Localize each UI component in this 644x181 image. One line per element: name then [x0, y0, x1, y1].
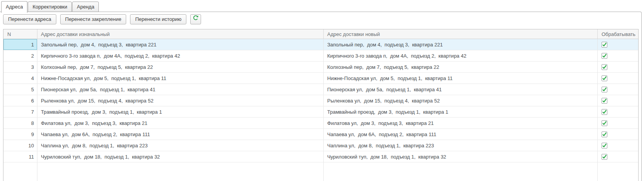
- process-checkbox[interactable]: [602, 143, 607, 149]
- process-cell[interactable]: [598, 151, 638, 162]
- original-address-cell[interactable]: Трамвайный проезд, дом 3, подъезд 1, ква…: [37, 106, 324, 117]
- table-row[interactable]: 8 Филатова ул, дом 3, подъезд 3, квартир…: [3, 118, 638, 129]
- new-address-cell[interactable]: Чуриловский туп, дом 18, подъезд 1, квар…: [324, 151, 598, 162]
- table-row[interactable]: 11 Чуриловский туп, дом 18, подъезд 1, к…: [3, 151, 638, 162]
- row-number-cell[interactable]: 1: [3, 39, 37, 50]
- tab-adjustments[interactable]: Корректировки: [28, 2, 72, 12]
- table-row[interactable]: 10 Чаплина ул, дом 8, подъезд 1, квартир…: [3, 140, 638, 151]
- original-address-cell[interactable]: Колхозный пер, дом 7, подъезд 5, квартир…: [37, 61, 324, 72]
- transfer-history-button[interactable]: Перенести историю: [130, 14, 186, 24]
- original-address-cell[interactable]: Кирпичного 3-го завода п, дом 4А, подъез…: [37, 50, 324, 61]
- new-address-cell[interactable]: Чаплина ул, дом 8, подъезд 1, квартира 2…: [324, 140, 598, 151]
- table-row[interactable]: 9 Чапаева ул, дом 6А, подъезд 2, квартир…: [3, 129, 638, 140]
- original-address-cell[interactable]: Филатова ул, дом 3, подъезд 3, квартира …: [37, 118, 324, 128]
- refresh-button[interactable]: [190, 14, 201, 24]
- row-number-cell[interactable]: 2: [3, 50, 37, 61]
- row-number-cell[interactable]: 8: [3, 118, 37, 128]
- process-checkbox[interactable]: [602, 98, 607, 104]
- process-cell[interactable]: [598, 129, 638, 140]
- process-cell[interactable]: [598, 61, 638, 72]
- column-header-number[interactable]: N: [3, 29, 37, 39]
- new-address-cell[interactable]: Колхозный пер, дом 7, подъезд 5, квартир…: [324, 61, 598, 72]
- tab-rent[interactable]: Аренда: [72, 2, 99, 12]
- transfer-assignment-button[interactable]: Перенести закрепление: [60, 14, 127, 24]
- new-address-cell[interactable]: Пионерская ул, дом 5а, подъезд 1, кварти…: [324, 84, 598, 95]
- new-address-cell[interactable]: Рыленкова ул, дом 15, подъезд 4, квартир…: [324, 95, 598, 106]
- process-checkbox[interactable]: [602, 87, 607, 92]
- new-address-cell[interactable]: Кирпичного 3-го завода п, дом 4А, подъез…: [324, 50, 598, 61]
- new-address-cell[interactable]: Трамвайный проезд, дом 3, подъезд 1, ква…: [324, 106, 598, 117]
- original-address-cell[interactable]: Рыленкова ул, дом 15, подъезд 4, квартир…: [37, 95, 324, 106]
- process-cell[interactable]: [598, 118, 638, 128]
- row-number-cell[interactable]: 4: [3, 73, 37, 84]
- row-number-cell[interactable]: 10: [3, 140, 37, 151]
- row-number-cell[interactable]: 5: [3, 84, 37, 95]
- table-body: 1 Запольный пер, дом 4, подъезд 3, кварт…: [3, 39, 638, 162]
- process-cell[interactable]: [598, 50, 638, 61]
- tab-strip: Адреса Корректировки Аренда: [1, 1, 99, 12]
- column-header-process[interactable]: Обрабатывать: [598, 29, 638, 39]
- toolbar: Перенести адреса Перенести закрепление П…: [3, 14, 201, 24]
- original-address-cell[interactable]: Нижне-Посадская ул, дом 5, подъезд 1, кв…: [37, 73, 324, 84]
- addresses-table: N Адрес доставки изначальный Адрес доста…: [3, 29, 639, 181]
- column-header-original-address[interactable]: Адрес доставки изначальный: [37, 29, 324, 39]
- row-number-cell[interactable]: 11: [3, 151, 37, 162]
- process-checkbox[interactable]: [602, 154, 607, 160]
- refresh-icon: [193, 15, 199, 24]
- original-address-cell[interactable]: Чаплина ул, дом 8, подъезд 1, квартира 2…: [37, 140, 324, 151]
- empty-process-column: [598, 162, 638, 181]
- new-address-cell[interactable]: Запольный пер, дом 4, подъезд 3, квартир…: [324, 39, 598, 50]
- empty-new-column: [324, 162, 598, 181]
- empty-number-column: [3, 162, 37, 181]
- empty-original-column: [37, 162, 324, 181]
- process-checkbox[interactable]: [602, 131, 607, 137]
- table-row[interactable]: 7 Трамвайный проезд, дом 3, подъезд 1, к…: [3, 106, 638, 118]
- row-number-cell[interactable]: 9: [3, 129, 37, 140]
- process-checkbox[interactable]: [602, 109, 607, 115]
- table-row[interactable]: 2 Кирпичного 3-го завода п, дом 4А, подъ…: [3, 50, 638, 61]
- table-row[interactable]: 1 Запольный пер, дом 4, подъезд 3, кварт…: [3, 39, 638, 50]
- process-cell[interactable]: [598, 140, 638, 151]
- table-row[interactable]: 4 Нижне-Посадская ул, дом 5, подъезд 1, …: [3, 73, 638, 84]
- process-checkbox[interactable]: [602, 75, 607, 81]
- process-cell[interactable]: [598, 106, 638, 117]
- process-checkbox[interactable]: [602, 120, 607, 126]
- column-header-new-address[interactable]: Адрес доставки новый: [324, 29, 598, 39]
- process-checkbox[interactable]: [602, 53, 607, 59]
- original-address-cell[interactable]: Запольный пер, дом 4, подъезд 3, квартир…: [37, 39, 324, 50]
- original-address-cell[interactable]: Чуриловский туп, дом 18, подъезд 1, квар…: [37, 151, 324, 162]
- process-checkbox[interactable]: [602, 64, 607, 70]
- row-number-cell[interactable]: 7: [3, 106, 37, 117]
- process-cell[interactable]: [598, 73, 638, 84]
- table-row[interactable]: 6 Рыленкова ул, дом 15, подъезд 4, кварт…: [3, 95, 638, 106]
- table-row[interactable]: 3 Колхозный пер, дом 7, подъезд 5, кварт…: [3, 61, 638, 73]
- process-cell[interactable]: [598, 39, 638, 50]
- table-empty-area: [3, 162, 638, 181]
- new-address-cell[interactable]: Филатова ул, дом 3, подъезд 3, квартира …: [324, 118, 598, 128]
- tab-addresses[interactable]: Адреса: [1, 1, 27, 13]
- table-header-row: N Адрес доставки изначальный Адрес доста…: [3, 29, 638, 39]
- row-number-cell[interactable]: 3: [3, 61, 37, 72]
- original-address-cell[interactable]: Чапаева ул, дом 6А, подъезд 2, квартира …: [37, 129, 324, 140]
- transfer-addresses-button[interactable]: Перенести адреса: [3, 14, 56, 24]
- process-cell[interactable]: [598, 84, 638, 95]
- row-number-cell[interactable]: 6: [3, 95, 37, 106]
- process-checkbox[interactable]: [602, 42, 607, 48]
- original-address-cell[interactable]: Пионерская ул, дом 5а, подъезд 1, кварти…: [37, 84, 324, 95]
- process-cell[interactable]: [598, 95, 638, 106]
- new-address-cell[interactable]: Нижне-Посадская ул, дом 5, подъезд 1, кв…: [324, 73, 598, 84]
- new-address-cell[interactable]: Чапаева ул, дом 6А, подъезд 2, квартира …: [324, 129, 598, 140]
- table-row[interactable]: 5 Пионерская ул, дом 5а, подъезд 1, квар…: [3, 84, 638, 95]
